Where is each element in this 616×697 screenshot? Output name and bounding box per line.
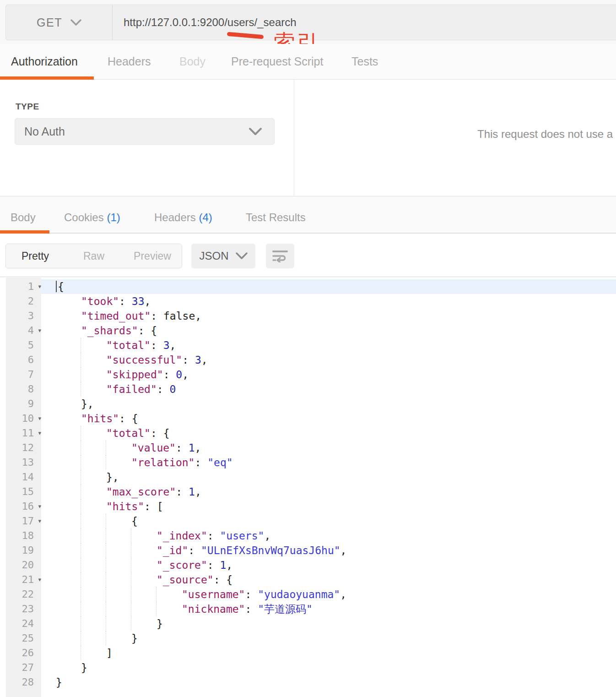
indent-spacer <box>56 397 81 411</box>
tab-pre-request-script[interactable]: Pre-request Script <box>231 55 323 68</box>
gutter-cell: 11▾ <box>6 426 41 441</box>
indent-guide <box>81 616 106 631</box>
tab-tests[interactable]: Tests <box>351 55 378 68</box>
indent-spacer <box>81 470 106 485</box>
code-line-content: } <box>41 675 616 690</box>
tab-response-body[interactable]: Body <box>11 211 36 224</box>
indent-spacer <box>81 499 106 514</box>
code-line-content: { <box>41 514 616 528</box>
indent-guide <box>81 572 106 587</box>
code-line-content: "_source": { <box>41 572 616 587</box>
code-line-content: "_index": "users", <box>41 528 616 543</box>
gutter-cell: 1▾ <box>6 279 41 294</box>
code-line: 2"took": 33, <box>0 294 616 309</box>
code-token: } <box>131 632 138 644</box>
line-number: 15 <box>6 485 41 499</box>
gutter-cell: 4▾ <box>6 323 41 338</box>
line-number: 27 <box>6 660 41 675</box>
view-option-preview[interactable]: Preview <box>123 244 182 268</box>
url-input[interactable]: http://127.0.0.1:9200/users/_search <box>113 5 616 40</box>
gutter-cell: 24 <box>6 616 41 631</box>
wrap-lines-button[interactable] <box>266 244 294 268</box>
indent-guide <box>56 543 81 558</box>
indent-guide <box>56 426 81 441</box>
indent-guide <box>56 631 81 646</box>
indent-guide <box>131 587 157 602</box>
indent-spacer <box>81 646 106 660</box>
code-token: "users" <box>220 530 264 542</box>
code-line-content: "skipped": 0, <box>41 367 616 382</box>
code-token: , <box>340 588 346 600</box>
code-line: 6"successful": 3, <box>0 353 616 367</box>
line-number: 11 <box>6 426 41 441</box>
line-number: 12 <box>6 441 41 455</box>
indent-guide <box>56 470 81 485</box>
indent-guide <box>56 367 81 382</box>
code-token: "timed_out" <box>81 310 151 322</box>
gutter-cell: 17▾ <box>6 514 41 528</box>
code-token: "_shards" <box>81 325 138 337</box>
chevron-down-icon <box>249 127 262 136</box>
code-token: , <box>226 559 232 571</box>
tab-cookies-label: Cookies <box>64 211 104 223</box>
method-select[interactable]: GET <box>6 5 113 40</box>
auth-type-select[interactable]: No Auth <box>15 118 275 145</box>
code-token: "yudaoyuanma" <box>258 588 340 600</box>
gutter-cell: 5 <box>6 338 41 353</box>
code-line-content: }, <box>41 470 616 485</box>
code-line-content: "_score": 1, <box>41 558 616 572</box>
code-token: { <box>131 515 138 527</box>
response-toolbar: Pretty Raw Preview JSON <box>0 234 616 277</box>
code-token: , <box>340 545 347 556</box>
line-number: 21 <box>6 572 41 587</box>
tab-headers[interactable]: Headers <box>108 55 151 68</box>
view-option-pretty[interactable]: Pretty <box>6 244 65 268</box>
gutter-cell: 7 <box>6 367 41 382</box>
tab-body[interactable]: Body <box>179 55 205 68</box>
indent-guide <box>56 646 81 660</box>
line-number: 13 <box>6 455 41 470</box>
tab-response-headers-label: Headers <box>154 211 196 223</box>
tab-test-results[interactable]: Test Results <box>246 211 306 224</box>
line-number: 14 <box>6 470 41 485</box>
code-line: 8"failed": 0 <box>0 382 616 397</box>
code-token: : <box>163 369 176 381</box>
line-number: 5 <box>6 338 41 353</box>
format-select-value: JSON <box>199 250 228 262</box>
code-token: : { <box>151 427 170 439</box>
gutter-cell: 26 <box>6 646 41 660</box>
tab-cookies[interactable]: Cookies (1) <box>64 211 120 224</box>
indent-guide <box>56 602 81 616</box>
active-response-tab-underline <box>0 230 49 234</box>
indent-guide <box>56 485 81 499</box>
code-line: 26] <box>0 646 616 660</box>
indent-spacer <box>106 631 131 646</box>
indent-guide <box>81 602 106 616</box>
code-token: "_source" <box>157 574 214 586</box>
tab-response-headers[interactable]: Headers (4) <box>154 211 212 224</box>
line-number: 24 <box>6 616 41 631</box>
indent-guide <box>106 602 131 616</box>
code-token: } <box>56 676 62 688</box>
code-token: } <box>81 662 87 674</box>
code-token: } <box>157 618 163 630</box>
code-line-content: } <box>41 616 616 631</box>
gutter-cell: 25 <box>6 631 41 646</box>
indent-spacer <box>131 616 157 631</box>
code-line: 13"relation": "eq" <box>0 455 616 470</box>
code-token: "hits" <box>106 501 144 512</box>
code-line-content: }, <box>41 397 616 411</box>
code-line: 10▾"hits": { <box>0 411 616 426</box>
view-option-raw[interactable]: Raw <box>65 244 123 268</box>
gutter-cell: 2 <box>6 294 41 309</box>
gutter-cell: 3 <box>6 309 41 323</box>
format-select[interactable]: JSON <box>191 244 255 268</box>
code-line: 20"_score": 1, <box>0 558 616 572</box>
code-line-content: "max_score": 1, <box>41 485 616 499</box>
code-token: : <box>245 603 258 615</box>
indent-guide <box>106 572 131 587</box>
code-line-content: "_shards": { <box>41 323 616 338</box>
indent-guide <box>81 558 106 572</box>
tab-authorization[interactable]: Authorization <box>11 55 78 68</box>
gutter-cell: 9 <box>6 397 41 411</box>
